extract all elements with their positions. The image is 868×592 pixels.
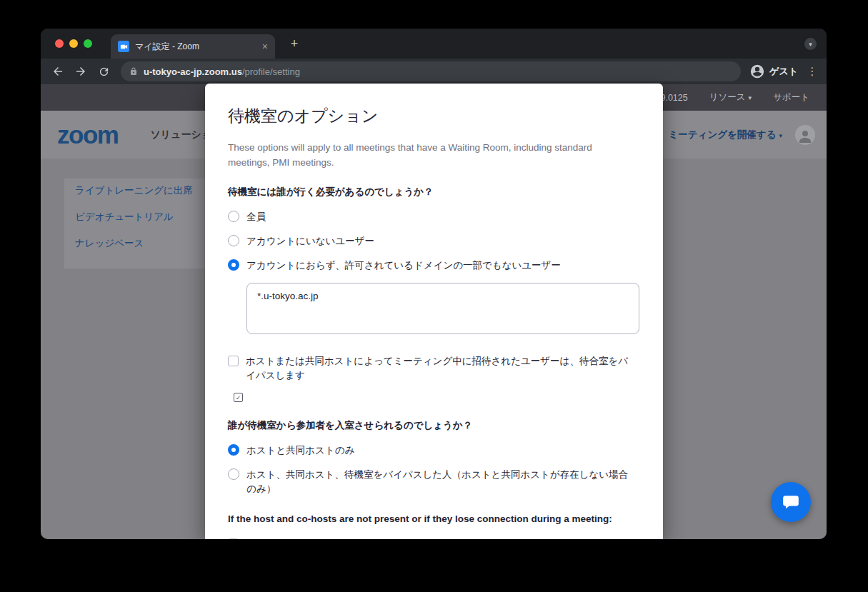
chevron-down-icon: ▾ — [749, 94, 752, 101]
radio-users-not-in-account[interactable]: アカウントにいないユーザー — [228, 234, 640, 249]
account-avatar[interactable] — [795, 125, 815, 145]
guest-avatar-icon — [749, 64, 765, 79]
radio-host-cohosts-bypassed[interactable]: ホスト、共同ホスト、待機室をバイパスした人（ホストと共同ホストが存在しない場合の… — [228, 468, 640, 496]
radio-everyone[interactable]: 全員 — [228, 210, 640, 224]
tab-title: マイ設定 - Zoom — [135, 41, 256, 53]
radio-host-cohosts-only[interactable]: ホストと共同ホストのみ — [228, 443, 640, 458]
back-icon[interactable] — [49, 63, 66, 80]
modal-title: 待機室のオプション — [228, 105, 640, 127]
tab-close-icon[interactable]: × — [262, 41, 268, 51]
sidebar-link-live-training[interactable]: ライブトレーニングに出席 — [75, 184, 193, 197]
browser-window: マイ設定 - Zoom × + ▾ u-tokyo-ac-jp.zoom.us/… — [41, 29, 827, 539]
minimize-window-button[interactable] — [69, 39, 78, 48]
radio-icon[interactable] — [228, 235, 239, 246]
radio-label[interactable]: ホストと共同ホストのみ — [246, 443, 354, 458]
radio-icon[interactable] — [228, 444, 239, 456]
allowed-domains-input[interactable]: *.u-tokyo.ac.jp — [246, 283, 639, 334]
question-who-admits-participants: 誰が待機室から参加者を入室させられるのでしょうか？ — [228, 419, 640, 432]
url-path: /profile/setting — [242, 66, 300, 77]
checkbox-move-participants[interactable]: Move participants to the waiting room if… — [228, 537, 640, 539]
chat-widget-button[interactable] — [771, 482, 811, 522]
person-icon — [797, 128, 814, 145]
radio-icon[interactable] — [228, 211, 239, 222]
forward-icon[interactable] — [72, 63, 89, 80]
address-bar[interactable]: u-tokyo-ac-jp.zoom.us/profile/setting — [121, 61, 741, 81]
modal-description: These options will apply to all meetings… — [228, 140, 628, 170]
browser-profile-chip[interactable]: ゲスト — [749, 64, 798, 79]
question-host-not-present: If the host and co-hosts are not present… — [228, 513, 640, 524]
screen: マイ設定 - Zoom × + ▾ u-tokyo-ac-jp.zoom.us/… — [0, 0, 868, 592]
checkbox-icon[interactable] — [228, 538, 239, 539]
question-who-goes-to-waiting-room: 待機室には誰が行く必要があるのでしょうか？ — [228, 186, 640, 199]
tab-strip: マイ設定 - Zoom × + ▾ — [41, 29, 827, 59]
waiting-room-options-modal: 待機室のオプション These options will apply to al… — [205, 84, 663, 539]
nav-support[interactable]: サポート — [773, 91, 809, 104]
browser-tab[interactable]: マイ設定 - Zoom × — [111, 34, 275, 59]
chat-bubble-icon — [782, 493, 800, 511]
sidebar-link-video-tutorials[interactable]: ビデオチュートリアル — [75, 211, 174, 224]
zoom-logo[interactable]: zoom — [57, 121, 118, 149]
radio-icon[interactable] — [228, 468, 239, 480]
radio-label[interactable]: アカウントにいないユーザー — [246, 234, 374, 249]
sidebar-link-knowledge-base[interactable]: ナレッジベース — [75, 237, 144, 250]
browser-menu-icon[interactable]: ⋮ — [807, 65, 818, 78]
radio-label[interactable]: アカウントにおらず、許可されているドメインの一部でもないユーザー — [246, 259, 561, 273]
reload-icon[interactable] — [95, 63, 112, 80]
checkbox-label[interactable]: Move participants to the waiting room if… — [246, 537, 548, 539]
host-meeting-button[interactable]: ミーティングを開催する▾ — [668, 129, 782, 141]
lock-icon[interactable] — [129, 67, 138, 76]
tab-search-icon[interactable]: ▾ — [804, 38, 817, 50]
guest-label: ゲスト — [769, 65, 798, 78]
nav-resources[interactable]: リソース▾ — [709, 91, 752, 104]
browser-toolbar: u-tokyo-ac-jp.zoom.us/profile/setting ゲス… — [41, 59, 827, 84]
checkbox-label[interactable]: ホストまたは共同ホストによってミーティング中に招待されたユーザーは、待合室をバイ… — [246, 354, 635, 383]
radio-icon[interactable] — [228, 259, 239, 271]
radio-label[interactable]: ホスト、共同ホスト、待機室をバイパスした人（ホストと共同ホストが存在しない場合の… — [246, 468, 636, 496]
url-host: u-tokyo-ac-jp.zoom.us — [144, 66, 242, 77]
chevron-down-icon: ▾ — [779, 132, 782, 139]
inline-checkbox-icon[interactable]: ✓ — [234, 393, 243, 402]
checkbox-icon[interactable] — [228, 356, 239, 366]
fullscreen-window-button[interactable] — [84, 39, 92, 48]
new-tab-button[interactable]: + — [285, 34, 304, 53]
zoom-favicon-icon — [118, 41, 129, 52]
checkbox-bypass-waiting-room[interactable]: ホストまたは共同ホストによってミーティング中に招待されたユーザーは、待合室をバイ… — [228, 354, 640, 383]
close-window-button[interactable] — [55, 39, 64, 48]
url-text: u-tokyo-ac-jp.zoom.us/profile/setting — [144, 66, 300, 77]
radio-label[interactable]: 全員 — [246, 210, 266, 224]
radio-users-not-in-account-or-domains[interactable]: アカウントにおらず、許可されているドメインの一部でもないユーザー — [228, 259, 640, 273]
window-controls — [55, 39, 92, 48]
